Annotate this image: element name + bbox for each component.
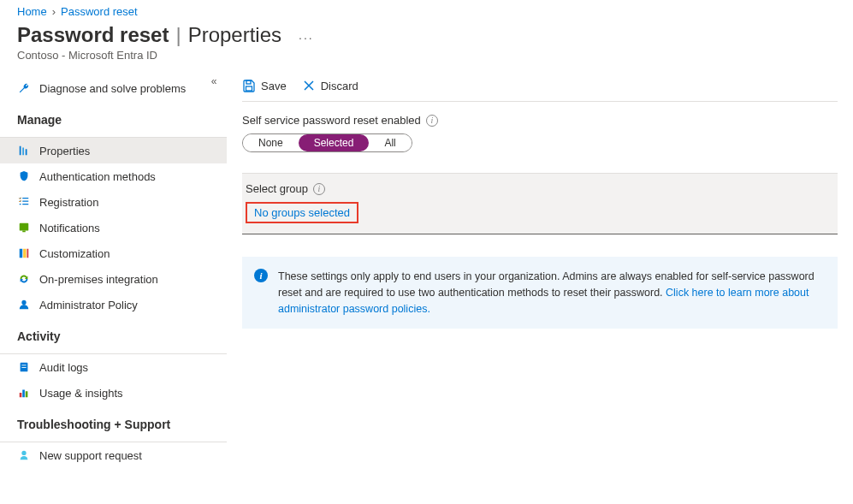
sspr-option-selected[interactable]: Selected [299, 134, 370, 151]
svg-rect-11 [21, 367, 26, 368]
breadcrumb: Home › Password reset [0, 0, 853, 20]
sspr-enabled-segmented: None Selected All [242, 133, 412, 152]
sidebar-item-label: Authentication methods [39, 170, 156, 183]
sidebar-heading-manage: Manage [0, 101, 227, 132]
properties-icon [17, 144, 31, 157]
svg-rect-2 [26, 149, 27, 155]
discard-button[interactable]: Discard [302, 79, 358, 92]
admin-icon [17, 298, 31, 311]
page-subtitle: Contoso - Microsoft Entra ID [17, 49, 836, 62]
toolbar-label: Discard [321, 80, 358, 92]
select-group-section: Select group i No groups selected [242, 173, 838, 234]
more-menu-button[interactable]: ··· [299, 31, 314, 44]
svg-point-8 [21, 300, 26, 305]
svg-rect-14 [26, 391, 28, 397]
sidebar-item-label: Notifications [39, 222, 100, 234]
logs-icon [17, 360, 31, 374]
customization-icon [17, 246, 31, 260]
toolbar-label: Save [261, 80, 287, 92]
sidebar-item-label: Properties [39, 145, 90, 157]
page-title-sub: Properties [188, 23, 281, 47]
notification-icon [17, 221, 31, 234]
chevron-right-icon: › [52, 5, 56, 18]
svg-rect-12 [20, 393, 22, 397]
sidebar-item-auth-methods[interactable]: Authentication methods [0, 163, 227, 189]
sspr-option-all[interactable]: All [369, 134, 411, 151]
sidebar-item-registration[interactable]: Registration [0, 189, 227, 215]
info-banner-text: These settings only apply to end users i… [278, 269, 826, 317]
sidebar-item-label: Diagnose and solve problems [39, 82, 186, 95]
info-icon[interactable]: i [313, 183, 325, 195]
svg-rect-6 [23, 249, 27, 258]
sidebar-item-support[interactable]: New support request [0, 442, 227, 468]
svg-rect-17 [246, 86, 252, 91]
sidebar-item-onprem[interactable]: On-premises integration [0, 266, 227, 292]
sidebar-item-label: On-premises integration [39, 273, 158, 286]
sidebar-item-audit-logs[interactable]: Audit logs [0, 354, 227, 380]
svg-rect-16 [246, 80, 251, 84]
page-header: Password reset | Properties ··· Contoso … [0, 20, 853, 72]
svg-point-15 [21, 451, 26, 455]
svg-rect-1 [22, 148, 24, 156]
sidebar-item-admin-policy[interactable]: Administrator Policy [0, 292, 227, 317]
select-group-label-row: Select group i [246, 182, 834, 195]
collapse-sidebar-button[interactable]: « [206, 74, 222, 89]
close-icon [302, 79, 316, 92]
sidebar-heading-troubleshoot: Troubleshooting + Support [0, 406, 227, 436]
sidebar-item-label: Registration [39, 196, 98, 209]
save-button[interactable]: Save [242, 79, 287, 92]
sidebar-item-label: Usage & insights [39, 387, 123, 400]
breadcrumb-current[interactable]: Password reset [61, 5, 138, 18]
wrench-icon [17, 81, 31, 95]
svg-rect-10 [21, 365, 26, 365]
title-separator: | [175, 23, 181, 47]
sidebar-item-diagnose[interactable]: Diagnose and solve problems [0, 75, 227, 101]
sidebar-item-label: New support request [39, 449, 142, 462]
svg-rect-5 [20, 249, 23, 258]
sspr-enabled-label: Self service password reset enabled [242, 114, 421, 127]
select-group-link[interactable]: No groups selected [254, 206, 350, 219]
save-icon [242, 79, 256, 92]
info-icon: i [254, 269, 268, 282]
info-icon[interactable]: i [426, 115, 438, 127]
sidebar-item-label: Administrator Policy [39, 299, 138, 311]
sidebar-heading-activity: Activity [0, 317, 227, 348]
svg-rect-7 [27, 249, 29, 258]
breadcrumb-home[interactable]: Home [17, 5, 47, 18]
highlight-annotation: No groups selected [246, 202, 358, 223]
sidebar-item-label: Audit logs [39, 361, 88, 374]
sidebar-item-notifications[interactable]: Notifications [0, 215, 227, 240]
svg-rect-4 [22, 231, 26, 233]
sync-icon [17, 272, 31, 286]
sspr-enabled-label-row: Self service password reset enabled i [242, 114, 838, 127]
support-icon [17, 448, 31, 462]
toolbar: Save Discard [242, 72, 838, 102]
insights-icon [17, 386, 31, 400]
page-title-main: Password reset [17, 23, 169, 47]
svg-rect-3 [20, 223, 29, 231]
sidebar-item-properties[interactable]: Properties [0, 138, 227, 163]
sidebar-item-usage[interactable]: Usage & insights [0, 380, 227, 406]
shield-icon [17, 169, 31, 183]
svg-rect-13 [22, 390, 25, 398]
sidebar-item-label: Customization [39, 247, 110, 260]
info-banner: i These settings only apply to end users… [242, 257, 838, 329]
content-area: Save Discard Self service password reset… [227, 72, 853, 468]
sspr-option-none[interactable]: None [243, 134, 299, 151]
svg-rect-0 [20, 146, 21, 156]
sidebar-item-customization[interactable]: Customization [0, 240, 227, 266]
select-group-label: Select group [246, 182, 308, 195]
checklist-icon [17, 195, 31, 209]
sidebar: « Diagnose and solve problems Manage Pro… [0, 72, 227, 468]
